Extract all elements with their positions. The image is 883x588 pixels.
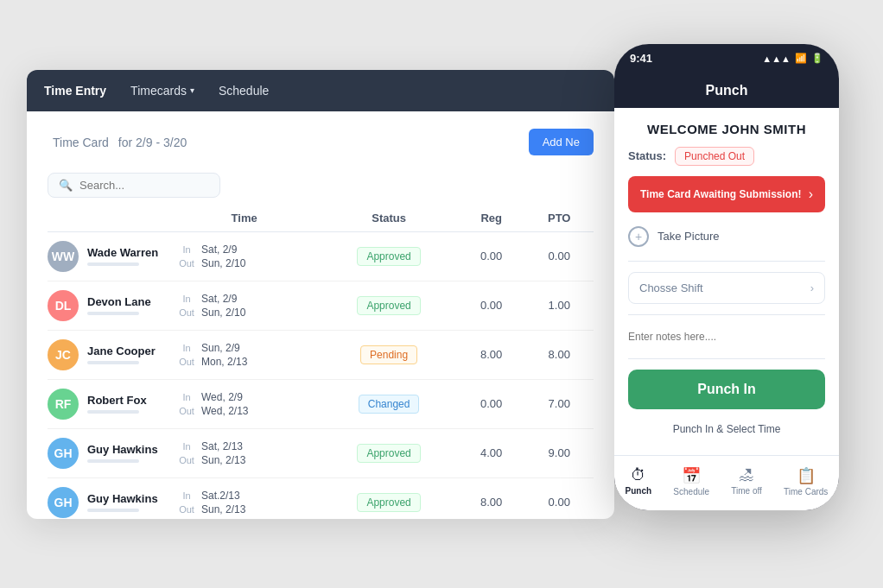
employee-cell: GH Guy Hawkins	[48, 478, 168, 519]
nav-schedule[interactable]: Schedule	[219, 84, 269, 98]
search-icon: 🔍	[59, 179, 73, 192]
employee-name: Wade Warren	[87, 246, 158, 259]
pto-cell: 9.00	[524, 428, 594, 477]
reg-cell: 4.00	[458, 428, 524, 477]
in-date: Sat, 2/9	[201, 293, 237, 305]
col-reg: Reg	[458, 205, 524, 232]
take-picture-row[interactable]: + Take Picture	[628, 223, 825, 250]
pto-cell: 0.00	[524, 231, 594, 281]
schedule-icon: 📅	[682, 466, 701, 485]
phone-nav-title: Punch	[706, 83, 748, 98]
status-cell: Approved	[320, 231, 458, 281]
status-badge: Approved	[357, 493, 420, 512]
phone-screen: 9:41 ▲▲▲ 📶 🔋 Punch WELCOME JOHN SMITH S	[614, 44, 839, 510]
status-cell: Approved	[320, 477, 458, 519]
timecards-chevron-icon: ▾	[190, 85, 194, 95]
notes-input[interactable]	[628, 326, 825, 348]
bottom-nav-schedule[interactable]: 📅 Schedule	[673, 466, 709, 496]
employee-cell: RF Robert Fox	[48, 380, 168, 428]
out-date: Sun, 2/10	[201, 307, 245, 319]
in-label: In	[177, 294, 196, 304]
pto-cell: 7.00	[524, 379, 594, 428]
nav-time-entry[interactable]: Time Entry	[44, 84, 106, 98]
status-badge: Approved	[357, 296, 420, 315]
status-cell: Changed	[320, 379, 458, 428]
employee-bar	[87, 459, 139, 463]
desktop-body: Time Card for 2/9 - 3/20 Add Ne 🔍 Time	[27, 111, 614, 519]
employee-bar	[87, 262, 139, 266]
timecard-header: Time Card for 2/9 - 3/20 Add Ne	[48, 129, 594, 155]
table-row: DL Devon Lane In Sat, 2/9 Out Sun, 2/10	[48, 281, 594, 330]
employee-name: Devon Lane	[87, 295, 151, 308]
time-off-label: Time off	[731, 486, 762, 496]
punch-in-button[interactable]: Punch In	[628, 370, 825, 409]
status-label: Status:	[628, 149, 666, 162]
status-cell: Pending	[320, 330, 458, 379]
time-cell: In Sun, 2/9 Out Mon, 2/13	[168, 330, 320, 379]
employees-table: Time Status Reg PTO WW Wade Warren	[48, 205, 594, 519]
status-cell: Approved	[320, 281, 458, 330]
time-cards-icon: 📋	[797, 466, 816, 485]
avatar: WW	[48, 241, 79, 272]
welcome-text: WELCOME JOHN SMITH	[628, 122, 825, 136]
status-badge: Approved	[357, 247, 420, 266]
out-label: Out	[177, 504, 196, 515]
take-picture-text: Take Picture	[657, 230, 720, 243]
status-badge: Pending	[360, 345, 417, 364]
col-pto: PTO	[524, 205, 594, 232]
reg-cell: 0.00	[458, 379, 524, 428]
employee-bar	[87, 410, 139, 414]
phone-bottom-nav: ⏱ Punch 📅 Schedule 🏖 Time off 📋 Time Car…	[614, 455, 839, 510]
out-label: Out	[177, 406, 196, 416]
timecard-alert-text: Time Card Awaiting Submission!	[640, 188, 801, 200]
employee-cell: GH Guy Hawkins	[48, 429, 168, 477]
add-new-button[interactable]: Add Ne	[529, 129, 594, 155]
shift-selector[interactable]: Chosse Shift ›	[628, 272, 825, 304]
out-label: Out	[177, 307, 196, 318]
in-date: Wed, 2/9	[201, 391, 243, 403]
bottom-nav-punch[interactable]: ⏱ Punch	[626, 466, 652, 496]
out-date: Wed, 2/13	[201, 405, 248, 417]
time-cell: In Sat.2/13 Out Sun, 2/13	[168, 477, 320, 519]
punch-in-select-time[interactable]: Punch In & Select Time	[628, 420, 825, 439]
employee-name: Jane Cooper	[87, 345, 156, 357]
shift-arrow-icon: ›	[810, 281, 814, 294]
col-employee	[48, 205, 168, 232]
time-cell: In Sat, 2/9 Out Sun, 2/10	[168, 231, 320, 281]
out-date: Sun, 2/13	[201, 503, 245, 515]
out-date: Mon, 2/13	[201, 356, 247, 368]
punch-label: Punch	[626, 486, 652, 496]
divider-1	[628, 261, 825, 262]
out-label: Out	[177, 455, 196, 465]
employee-name: Guy Hawkins	[87, 443, 158, 456]
timecard-alert-button[interactable]: Time Card Awaiting Submission! ›	[628, 176, 825, 212]
pto-cell: 0.00	[524, 477, 594, 519]
nav-timecards[interactable]: Timecards ▾	[130, 84, 194, 98]
employee-bar	[87, 361, 139, 364]
in-label: In	[177, 244, 196, 255]
punched-out-badge: Punched Out	[675, 147, 754, 166]
bottom-nav-time-off[interactable]: 🏖 Time off	[731, 466, 762, 496]
phone: 9:41 ▲▲▲ 📶 🔋 Punch WELCOME JOHN SMITH S	[614, 44, 839, 510]
employee-cell: DL Devon Lane	[48, 281, 168, 330]
phone-content: WELCOME JOHN SMITH Status: Punched Out T…	[614, 108, 839, 455]
wifi-icon: 📶	[795, 53, 807, 64]
shift-selector-text: Chosse Shift	[639, 281, 703, 294]
phone-wrap: 9:41 ▲▲▲ 📶 🔋 Punch WELCOME JOHN SMITH S	[614, 44, 856, 528]
punch-icon: ⏱	[631, 466, 646, 484]
phone-status-bar: 9:41 ▲▲▲ 📶 🔋	[614, 44, 839, 73]
signal-icon: ▲▲▲	[762, 54, 791, 64]
employee-bar	[87, 509, 139, 512]
col-status: Status	[320, 205, 458, 232]
pto-cell: 1.00	[524, 281, 594, 330]
time-cell: In Sat, 2/9 Out Sun, 2/10	[168, 281, 320, 330]
time-cards-label: Time Cards	[784, 487, 828, 496]
avatar: RF	[48, 389, 79, 420]
avatar: JC	[48, 339, 79, 370]
bottom-nav-time-cards[interactable]: 📋 Time Cards	[784, 466, 828, 496]
avatar: GH	[48, 487, 79, 518]
in-label: In	[177, 441, 196, 452]
in-date: Sat.2/13	[201, 490, 240, 502]
search-input[interactable]	[79, 179, 209, 192]
reg-cell: 0.00	[458, 281, 524, 330]
